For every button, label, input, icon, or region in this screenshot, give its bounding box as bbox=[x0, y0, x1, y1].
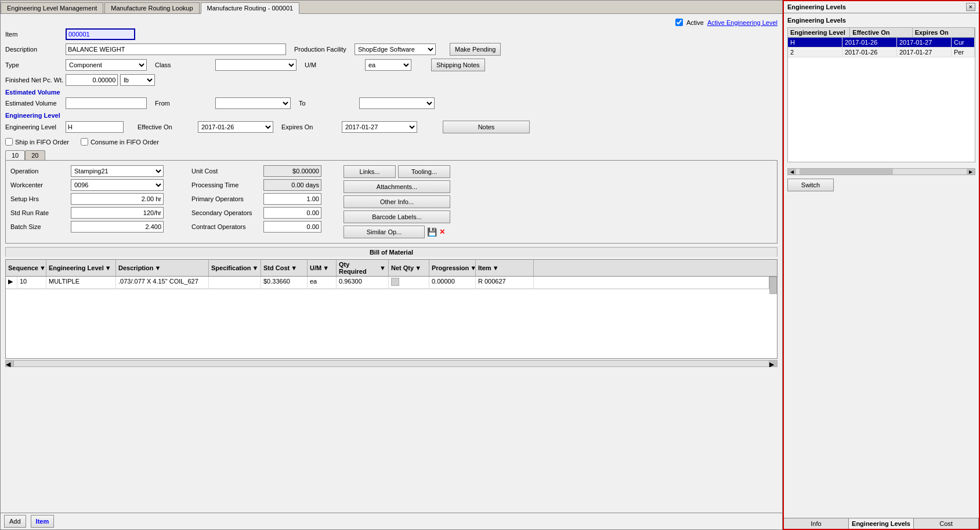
delete-icon[interactable]: ✕ bbox=[439, 228, 445, 236]
workcenter-label: Workcenter bbox=[10, 181, 68, 188]
primary-operators-input[interactable] bbox=[263, 193, 321, 205]
bom-col-progression[interactable]: Progression ▼ bbox=[429, 260, 476, 276]
processing-time-label: Processing Time bbox=[191, 181, 261, 188]
effective-on-select[interactable]: 2017-01-26 bbox=[198, 121, 273, 133]
batch-size-input[interactable] bbox=[71, 221, 164, 233]
type-select[interactable]: Component bbox=[66, 59, 147, 71]
tab-engineering-level-management[interactable]: Engineering Level Management bbox=[1, 2, 103, 13]
estimated-volume-input[interactable] bbox=[66, 97, 147, 109]
bom-col-engineering-level[interactable]: Engineering Level ▼ bbox=[46, 260, 116, 276]
primary-operators-label: Primary Operators bbox=[191, 195, 261, 202]
setup-hrs-input[interactable] bbox=[71, 193, 164, 205]
other-info-button[interactable]: Other Info... bbox=[343, 195, 450, 208]
item-button[interactable]: Item bbox=[31, 515, 55, 528]
eng-col-expires-on[interactable]: Expires On bbox=[913, 28, 975, 37]
bom-cell-specification bbox=[209, 277, 261, 288]
panel-close-button[interactable]: ✕ bbox=[966, 3, 975, 11]
finished-wt-row: Finished Net Pc. Wt. lb bbox=[5, 74, 778, 86]
eng-scroll-left[interactable]: ◀ bbox=[788, 169, 796, 175]
std-run-rate-label: Std Run Rate bbox=[10, 209, 68, 216]
finished-wt-input[interactable] bbox=[66, 74, 118, 86]
attachments-button[interactable]: Attachments... bbox=[343, 180, 450, 193]
panel-tab-engineering-levels[interactable]: Engineering Levels bbox=[849, 518, 914, 529]
list-item[interactable]: H 2017-01-26 2017-01-27 Cur bbox=[788, 38, 975, 48]
workcenter-select[interactable]: 0096 bbox=[71, 179, 164, 191]
engineering-levels-table: Engineering Level Effective On Expires O… bbox=[787, 27, 975, 162]
contract-operators-input[interactable] bbox=[263, 221, 321, 233]
bom-col-um[interactable]: U/M ▼ bbox=[308, 260, 337, 276]
eng-scrollbar-thumb bbox=[800, 169, 893, 175]
std-run-rate-input[interactable] bbox=[71, 207, 164, 219]
bom-vertical-scrollbar[interactable] bbox=[769, 277, 777, 289]
shipping-notes-button[interactable]: Shipping Notes bbox=[431, 59, 485, 71]
active-checkbox[interactable] bbox=[675, 19, 683, 26]
fifo-row: Ship in FIFO Order Consume in FIFO Order bbox=[5, 138, 778, 146]
table-row[interactable]: ▶ 10 MULTIPLE .073/.077 X 4.15" COIL_627… bbox=[6, 277, 777, 289]
ship-fifo-label: Ship in FIFO Order bbox=[15, 139, 69, 146]
subtab-20[interactable]: 20 bbox=[25, 150, 45, 160]
ship-fifo-checkbox[interactable] bbox=[5, 138, 13, 146]
bom-col-specification[interactable]: Specification ▼ bbox=[209, 260, 261, 276]
item-input[interactable] bbox=[66, 28, 135, 40]
similar-op-button[interactable]: Similar Op... bbox=[343, 226, 425, 238]
list-item[interactable]: 2 2017-01-26 2017-01-27 Per bbox=[788, 48, 975, 57]
panel-content: Engineering Levels Engineering Level Eff… bbox=[784, 13, 979, 518]
engineering-levels-panel: Engineering Levels ✕ Engineering Levels … bbox=[783, 0, 980, 530]
eng-row-effective-on: 2017-01-26 bbox=[842, 48, 897, 57]
panel-titlebar: Engineering Levels ✕ bbox=[784, 1, 979, 13]
unit-cost-input bbox=[263, 165, 321, 177]
panel-tab-info[interactable]: Info bbox=[784, 518, 849, 529]
active-label: Active bbox=[686, 19, 704, 26]
horizontal-scrollbar[interactable]: ◀ ▶ bbox=[5, 360, 778, 367]
eng-row-effective-on: 2017-01-26 bbox=[842, 38, 897, 47]
links-button[interactable]: Links... bbox=[343, 165, 396, 178]
bom-col-description[interactable]: Description ▼ bbox=[116, 260, 209, 276]
subtab-10[interactable]: 10 bbox=[5, 150, 25, 160]
eng-scroll-right[interactable]: ▶ bbox=[967, 169, 975, 175]
barcode-labels-button[interactable]: Barcode Labels... bbox=[343, 210, 450, 223]
h-scroll-left[interactable]: ◀ bbox=[6, 361, 14, 366]
bom-header: Sequence ▼ Engineering Level ▼ Descripti… bbox=[6, 260, 777, 277]
item-row: Item bbox=[5, 28, 778, 40]
production-facility-select[interactable]: ShopEdge Software bbox=[355, 43, 436, 55]
bom-section: Bill of Material Sequence ▼ Engineering … bbox=[5, 247, 778, 359]
bom-cell-net-qty bbox=[389, 277, 429, 288]
to-select[interactable] bbox=[359, 97, 435, 109]
um-select[interactable]: ea bbox=[365, 59, 411, 71]
contract-operators-label: Contract Operators bbox=[191, 223, 261, 230]
engineering-level-input[interactable] bbox=[66, 121, 124, 133]
ship-fifo-item: Ship in FIFO Order bbox=[5, 138, 69, 146]
bom-col-net-qty[interactable]: Net Qty ▼ bbox=[389, 260, 429, 276]
expires-on-select[interactable]: 2017-01-27 bbox=[342, 121, 417, 133]
tab-manufacture-routing-000001[interactable]: Manufacture Routing - 000001 bbox=[201, 2, 300, 14]
estimated-volume-section-label: Estimated Volume bbox=[5, 89, 778, 96]
consume-fifo-checkbox[interactable] bbox=[81, 138, 88, 146]
eng-horizontal-scrollbar[interactable]: ◀ ▶ bbox=[787, 168, 975, 175]
from-select[interactable] bbox=[215, 97, 291, 109]
bom-col-sequence[interactable]: Sequence ▼ bbox=[6, 260, 46, 276]
consume-fifo-item: Consume in FIFO Order bbox=[81, 138, 159, 146]
tooling-button[interactable]: Tooling... bbox=[398, 165, 450, 178]
class-select[interactable] bbox=[215, 59, 296, 71]
active-engineering-level-link[interactable]: Active Engineering Level bbox=[707, 19, 778, 26]
operation-select[interactable]: Stamping21 bbox=[71, 165, 164, 177]
add-button[interactable]: Add bbox=[4, 515, 26, 528]
make-pending-button[interactable]: Make Pending bbox=[450, 43, 501, 56]
bom-col-qty-required[interactable]: Qty Required ▼ bbox=[337, 260, 389, 276]
h-scroll-right[interactable]: ▶ bbox=[769, 361, 777, 366]
eng-col-level[interactable]: Engineering Level bbox=[788, 28, 850, 37]
finished-wt-label: Finished Net Pc. Wt. bbox=[5, 77, 63, 84]
batch-size-label: Batch Size bbox=[10, 223, 68, 230]
panel-tab-cost[interactable]: Cost bbox=[914, 518, 979, 529]
save-icon[interactable]: 💾 bbox=[427, 227, 437, 237]
secondary-operators-input[interactable] bbox=[263, 207, 321, 219]
notes-button[interactable]: Notes bbox=[443, 121, 530, 133]
bom-col-item[interactable]: Item ▼ bbox=[476, 260, 534, 276]
bom-col-std-cost[interactable]: Std Cost ▼ bbox=[261, 260, 308, 276]
tab-manufacture-routing-lookup[interactable]: Manufacture Routing Lookup bbox=[104, 2, 199, 13]
eng-col-effective-on[interactable]: Effective On bbox=[850, 28, 912, 37]
main-content: Active Active Engineering Level Item Des… bbox=[1, 14, 782, 513]
switch-button[interactable]: Switch bbox=[787, 179, 834, 191]
description-input[interactable] bbox=[66, 43, 286, 55]
weight-unit-select[interactable]: lb bbox=[120, 74, 155, 86]
